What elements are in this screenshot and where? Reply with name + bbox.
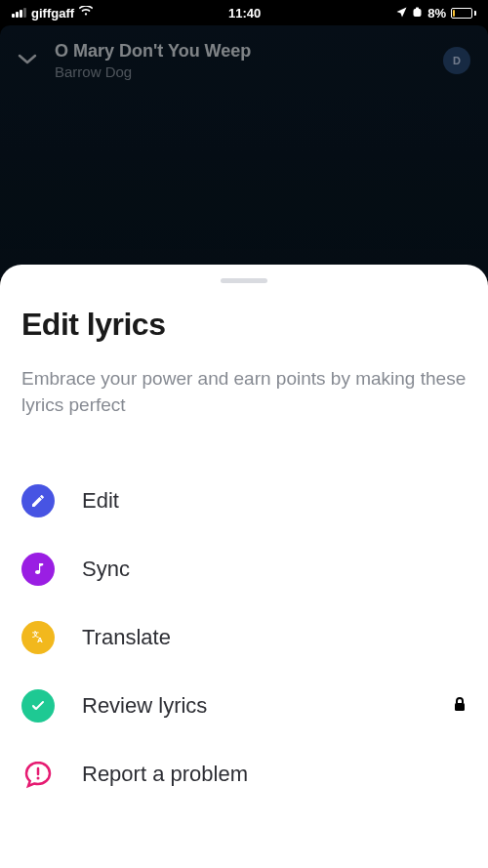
song-artist: Barrow Dog: [55, 63, 426, 80]
svg-text:A: A: [37, 636, 43, 644]
option-label: Report a problem: [82, 762, 467, 787]
collapse-icon[interactable]: [18, 52, 37, 69]
location-icon: [396, 6, 407, 21]
song-info[interactable]: O Mary Don't You Weep Barrow Dog: [55, 41, 426, 80]
battery-icon: [451, 8, 476, 19]
sheet-grabber[interactable]: [221, 278, 267, 283]
lock-icon: [453, 696, 467, 716]
option-sync[interactable]: Sync: [21, 535, 467, 603]
carrier-label: giffgaff: [31, 6, 74, 21]
status-left: giffgaff: [12, 6, 93, 21]
signal-icon: [12, 8, 26, 18]
option-label: Review lyrics: [82, 693, 453, 719]
translate-icon: 文A: [21, 621, 55, 654]
avatar-letter: D: [453, 55, 461, 66]
option-label: Edit: [82, 488, 467, 514]
option-translate[interactable]: 文A Translate: [21, 603, 467, 672]
music-note-icon: [21, 553, 55, 586]
sheet-title: Edit lyrics: [21, 307, 467, 343]
svg-rect-1: [416, 7, 419, 9]
option-label: Translate: [82, 625, 467, 650]
svg-rect-0: [414, 9, 422, 17]
clock: 11:40: [228, 6, 261, 21]
option-report[interactable]: Report a problem: [21, 740, 467, 808]
battery-percent: 8%: [427, 6, 446, 21]
player-header: O Mary Don't You Weep Barrow Dog D: [0, 25, 488, 279]
wifi-icon: [79, 6, 93, 20]
pencil-icon: [21, 484, 55, 517]
report-icon: [21, 758, 55, 791]
check-icon: [21, 689, 55, 723]
svg-point-6: [37, 777, 40, 780]
svg-rect-4: [455, 703, 465, 711]
bottom-sheet: Edit lyrics Embrace your power and earn …: [0, 265, 488, 868]
option-review[interactable]: Review lyrics: [21, 672, 467, 740]
song-title: O Mary Don't You Weep: [55, 41, 426, 62]
option-label: Sync: [82, 557, 467, 582]
status-bar: giffgaff 11:40 8%: [0, 0, 488, 25]
avatar[interactable]: D: [443, 47, 470, 74]
sheet-subtitle: Embrace your power and earn points by ma…: [21, 366, 467, 418]
status-right: 8%: [396, 6, 476, 21]
alarm-icon: [412, 6, 423, 21]
option-edit[interactable]: Edit: [21, 467, 467, 535]
